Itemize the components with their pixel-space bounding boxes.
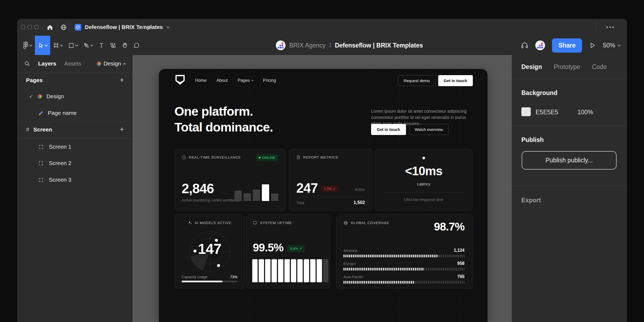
add-page-button[interactable]: +	[120, 76, 124, 84]
uptime-segments	[252, 259, 328, 282]
nav-link-home[interactable]: Home	[195, 78, 207, 83]
frame-layer-icon	[39, 161, 43, 165]
comment-tool-button[interactable]	[131, 36, 142, 55]
capacity-progress-bar	[182, 281, 237, 282]
avatar-dot	[282, 47, 284, 49]
text-tool-button[interactable]	[96, 36, 107, 55]
ellipsis-icon	[606, 27, 614, 28]
add-screen-button[interactable]: +	[120, 125, 124, 134]
get-in-touch-button[interactable]: Get in touch	[438, 75, 473, 86]
coverage-bar-fill	[343, 255, 438, 257]
window-close-button[interactable]	[21, 25, 25, 30]
breadcrumb-separator: /	[330, 42, 331, 49]
main-menu-button[interactable]	[20, 36, 35, 55]
page-switcher[interactable]: Design	[97, 60, 126, 67]
tab-prototype[interactable]: Prototype	[554, 63, 580, 71]
request-demo-button[interactable]: Request demo	[398, 75, 436, 86]
uptime-segment	[252, 259, 258, 282]
tab-assets[interactable]: Assets	[64, 60, 81, 67]
hero-line-1: One platform.	[174, 103, 273, 119]
background-hex-value[interactable]: E5E5E5	[536, 109, 558, 116]
pen-icon	[83, 42, 89, 48]
resources-tool-button[interactable]	[107, 36, 119, 55]
plus-icon: +	[148, 23, 152, 31]
capacity-progress-fill	[182, 281, 222, 282]
document-icon	[296, 155, 301, 160]
page-item-design[interactable]: ✓ Design	[29, 93, 64, 100]
hand-tool-button[interactable]	[119, 36, 131, 55]
team-avatar[interactable]	[276, 41, 286, 50]
card-label: REPORT METRICS	[303, 155, 338, 159]
window-maximize-button[interactable]	[34, 25, 39, 30]
coverage-value: 98.7%	[434, 221, 464, 232]
components-icon	[110, 42, 116, 48]
background-opacity-value[interactable]: 100%	[577, 109, 593, 116]
layer-label: Screen 3	[49, 177, 71, 183]
design-frame-screen-1[interactable]: Home About Pages Pricing Request demo Ge…	[159, 69, 488, 322]
divider	[69, 21, 69, 33]
site-logo-shield-icon	[174, 74, 186, 87]
coverage-row-value: 765	[457, 274, 464, 279]
frame-layer-icon	[39, 178, 43, 182]
uptime-value: 99.5%	[253, 242, 283, 253]
tab-close-icon[interactable]: ×	[166, 24, 170, 31]
move-tool-button[interactable]	[35, 36, 50, 55]
coverage-bar-fill	[343, 268, 423, 270]
reports-footer-label: Total	[296, 201, 304, 205]
layer-item-screen-3[interactable]: Screen 3	[39, 176, 71, 184]
present-play-icon[interactable]	[589, 42, 596, 49]
breadcrumb-file-name[interactable]: Defenseflow | BRIX Templates	[335, 42, 423, 49]
tab-layers[interactable]: Layers	[38, 60, 56, 67]
sparkles-icon	[188, 221, 192, 225]
home-button[interactable]	[43, 19, 57, 36]
canvas[interactable]: Home About Pages Pricing Request demo Ge…	[133, 55, 512, 322]
search-icon[interactable]	[24, 61, 30, 67]
globe-icon	[60, 24, 67, 31]
comment-icon	[134, 42, 140, 48]
window-controls[interactable]	[21, 25, 39, 30]
breadcrumb-team[interactable]: BRIX Agency	[289, 42, 326, 49]
nav-link-pricing[interactable]: Pricing	[263, 78, 276, 83]
share-button[interactable]: Share	[552, 38, 582, 53]
headphones-icon[interactable]	[521, 42, 528, 49]
avatar-dot	[541, 45, 543, 46]
hero-get-in-touch-button[interactable]: Get in touch	[371, 124, 406, 135]
new-tab-button[interactable]: +	[144, 19, 156, 36]
file-tab[interactable]: Defenseflow | BRIX Templates ×	[70, 19, 174, 36]
frame-tool-button[interactable]	[50, 36, 65, 55]
tab-design[interactable]: Design	[521, 63, 542, 71]
latency-label: Latency	[375, 182, 472, 186]
divider	[43, 21, 43, 33]
clock-icon	[182, 155, 186, 160]
card-header: GLOBAL COVERAGE	[343, 221, 389, 225]
layer-item-screen-1[interactable]: Screen 1	[39, 143, 71, 151]
window-minimize-button[interactable]	[27, 25, 32, 30]
zoom-control[interactable]: 50%	[603, 42, 620, 49]
coverage-row-label: Asia-Pacific	[343, 275, 363, 279]
hero-watch-overview-button[interactable]: Watch overview	[409, 124, 449, 135]
tab-code[interactable]: Code	[592, 63, 607, 71]
card-uptime: SYSTEM UPTIME 99.5% 8.4% ↗	[246, 214, 330, 289]
card-label: AI MODELS ACTIVE	[195, 221, 232, 225]
card-latency: <10ms Latency Ultra low response time	[375, 149, 473, 211]
community-button[interactable]	[57, 19, 70, 36]
background-color-swatch[interactable]	[521, 107, 531, 116]
nav-link-about[interactable]: About	[217, 78, 228, 83]
card-label: GLOBAL COVERAGE	[351, 221, 389, 225]
layer-item-screen-2[interactable]: Screen 2	[39, 159, 71, 167]
screen-section-header[interactable]: # Screen	[26, 126, 52, 133]
nav-link-pages[interactable]: Pages	[238, 78, 253, 83]
pages-section-header: Pages	[26, 76, 43, 84]
uptime-delta-badge: 8.4% ↗	[287, 245, 305, 252]
sidebar-tabs: Layers Assets Design	[17, 55, 133, 72]
surveillance-bars	[235, 184, 278, 201]
page-item-page-name[interactable]: Page name	[38, 109, 76, 117]
uptime-segment	[310, 259, 316, 282]
overflow-menu-button[interactable]	[600, 19, 620, 36]
pen-tool-button[interactable]	[80, 36, 96, 55]
user-avatar[interactable]	[535, 41, 545, 50]
publish-publicly-button[interactable]: Publish publicly...	[522, 151, 617, 170]
divider	[17, 121, 133, 122]
shape-tool-button[interactable]	[65, 36, 80, 55]
latency-caption: Ultra low response time	[375, 197, 472, 202]
